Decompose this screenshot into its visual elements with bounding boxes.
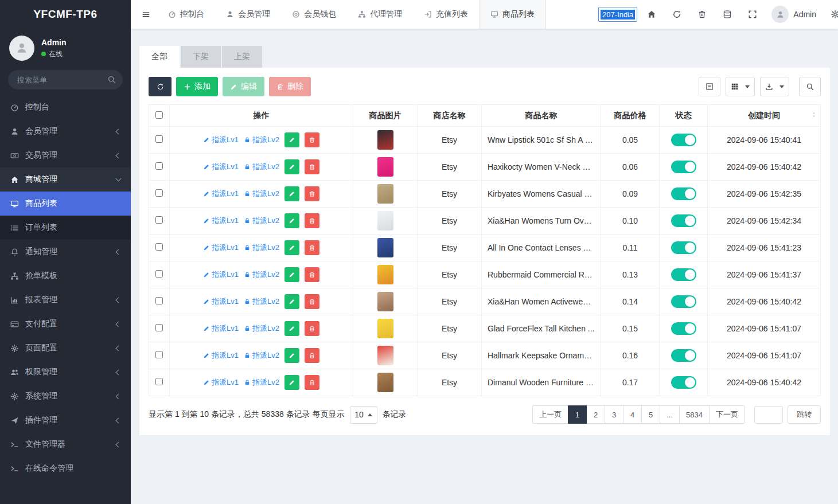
- row-checkbox[interactable]: [155, 216, 163, 224]
- status-toggle[interactable]: [671, 214, 696, 227]
- edit-button[interactable]: 编辑: [223, 77, 264, 96]
- row-delete-button[interactable]: [305, 132, 319, 147]
- sidebar-item-system[interactable]: 系统管理: [0, 384, 131, 408]
- sidebar-item-order-list[interactable]: 订单列表: [0, 216, 131, 240]
- status-toggle[interactable]: [671, 268, 696, 281]
- export-button[interactable]: [760, 77, 789, 96]
- row-delete-button[interactable]: [305, 294, 319, 309]
- assign-lv1-link[interactable]: 指派Lv1: [203, 323, 239, 334]
- delete-button[interactable]: 删除: [269, 77, 311, 96]
- assign-lv1-link[interactable]: 指派Lv1: [203, 269, 239, 280]
- assign-lv1-link[interactable]: 指派Lv1: [203, 377, 239, 388]
- row-delete-button[interactable]: [305, 375, 319, 390]
- home-button[interactable]: [641, 3, 662, 26]
- topbar-tab-member[interactable]: 会员管理: [215, 0, 281, 29]
- trash-button[interactable]: [691, 3, 713, 26]
- refresh-page-button[interactable]: [666, 3, 688, 26]
- hamburger-button[interactable]: [134, 0, 157, 29]
- sidebar-item-plugin[interactable]: 插件管理: [0, 408, 131, 432]
- sidebar-item-file[interactable]: 文件管理器: [0, 432, 131, 456]
- assign-lv2-link[interactable]: 指派Lv2: [244, 243, 279, 253]
- sidebar-item-console[interactable]: 控制台: [0, 95, 131, 119]
- row-edit-button[interactable]: [284, 348, 299, 363]
- row-delete-button[interactable]: [305, 267, 319, 282]
- row-delete-button[interactable]: [305, 348, 319, 363]
- assign-lv1-link[interactable]: 指派Lv1: [203, 216, 239, 226]
- status-toggle[interactable]: [671, 349, 696, 362]
- detail-view-button[interactable]: [699, 77, 720, 96]
- topbar-user-menu[interactable]: Admin: [767, 6, 821, 23]
- row-edit-button[interactable]: [284, 294, 299, 309]
- page-button-2[interactable]: 2: [586, 405, 605, 424]
- row-delete-button[interactable]: [305, 159, 319, 174]
- prev-page-button[interactable]: 上一页: [532, 405, 568, 424]
- columns-button[interactable]: [726, 77, 755, 96]
- row-edit-button[interactable]: [284, 375, 299, 390]
- topbar-tab-wallet[interactable]: 会员钱包: [281, 0, 347, 29]
- status-toggle[interactable]: [671, 295, 696, 308]
- search-toggle-button[interactable]: [799, 77, 821, 96]
- assign-lv1-link[interactable]: 指派Lv1: [203, 189, 239, 199]
- status-toggle[interactable]: [671, 241, 696, 254]
- sidebar-item-member[interactable]: 会员管理: [0, 119, 131, 143]
- fullscreen-button[interactable]: [742, 3, 763, 26]
- assign-lv1-link[interactable]: 指派Lv1: [203, 135, 239, 145]
- row-edit-button[interactable]: [284, 132, 299, 147]
- assign-lv2-link[interactable]: 指派Lv2: [244, 216, 279, 226]
- filter-tab-0[interactable]: 全部: [139, 46, 180, 68]
- filter-tab-1[interactable]: 下架: [181, 46, 221, 68]
- row-edit-button[interactable]: [284, 267, 299, 282]
- topbar-tab-goods[interactable]: 商品列表: [479, 0, 546, 29]
- assign-lv2-link[interactable]: 指派Lv2: [244, 162, 279, 172]
- topbar-tab-recharge[interactable]: 充值列表: [413, 0, 479, 29]
- row-edit-button[interactable]: [284, 321, 299, 336]
- row-checkbox[interactable]: [155, 135, 163, 143]
- assign-lv1-link[interactable]: 指派Lv1: [203, 350, 239, 361]
- status-toggle[interactable]: [671, 161, 696, 173]
- select-all-checkbox[interactable]: [155, 111, 163, 119]
- sidebar-item-mall[interactable]: 商城管理: [0, 167, 131, 192]
- row-edit-button[interactable]: [284, 186, 299, 201]
- settings-gear-button[interactable]: [824, 3, 838, 26]
- sidebar-item-report[interactable]: 报表管理: [0, 288, 131, 312]
- clear-cache-button[interactable]: [716, 3, 738, 26]
- menu-search-input[interactable]: [8, 70, 123, 89]
- sidebar-item-auth[interactable]: 权限管理: [0, 360, 131, 384]
- row-checkbox[interactable]: [155, 162, 163, 170]
- assign-lv1-link[interactable]: 指派Lv1: [203, 162, 239, 172]
- row-edit-button[interactable]: [284, 159, 299, 174]
- row-checkbox[interactable]: [155, 243, 163, 251]
- row-delete-button[interactable]: [305, 213, 319, 228]
- jump-button[interactable]: 跳转: [788, 405, 821, 424]
- assign-lv2-link[interactable]: 指派Lv2: [244, 189, 279, 199]
- refresh-table-button[interactable]: [149, 77, 172, 96]
- sidebar-item-page[interactable]: 页面配置: [0, 336, 131, 360]
- assign-lv2-link[interactable]: 指派Lv2: [244, 135, 279, 145]
- row-delete-button[interactable]: [305, 321, 319, 336]
- quick-search-input[interactable]: 207-India: [598, 7, 637, 22]
- row-edit-button[interactable]: [284, 213, 299, 228]
- row-checkbox[interactable]: [155, 270, 163, 278]
- page-button-5[interactable]: 5: [641, 405, 660, 424]
- status-toggle[interactable]: [671, 376, 696, 389]
- row-checkbox[interactable]: [155, 297, 163, 304]
- page-ellipsis[interactable]: ...: [660, 405, 680, 424]
- page-button-4[interactable]: 4: [623, 405, 642, 424]
- sidebar-item-template[interactable]: 抢单模板: [0, 264, 131, 288]
- row-checkbox[interactable]: [155, 324, 163, 331]
- topbar-tab-agent[interactable]: 代理管理: [347, 0, 413, 29]
- status-toggle[interactable]: [671, 322, 696, 335]
- page-size-select[interactable]: 10: [350, 406, 377, 424]
- sidebar-item-notice[interactable]: 通知管理: [0, 240, 131, 264]
- status-toggle[interactable]: [671, 134, 696, 146]
- sidebar-item-command[interactable]: 在线命令管理: [0, 456, 131, 480]
- assign-lv2-link[interactable]: 指派Lv2: [244, 296, 279, 307]
- row-checkbox[interactable]: [155, 189, 163, 197]
- row-checkbox[interactable]: [155, 378, 163, 385]
- header-created[interactable]: 创建时间: [708, 105, 821, 127]
- page-button-5834[interactable]: 5834: [679, 405, 710, 424]
- row-checkbox[interactable]: [155, 351, 163, 358]
- sidebar-item-pay[interactable]: 支付配置: [0, 312, 131, 336]
- assign-lv1-link[interactable]: 指派Lv1: [203, 243, 239, 253]
- status-toggle[interactable]: [671, 187, 696, 200]
